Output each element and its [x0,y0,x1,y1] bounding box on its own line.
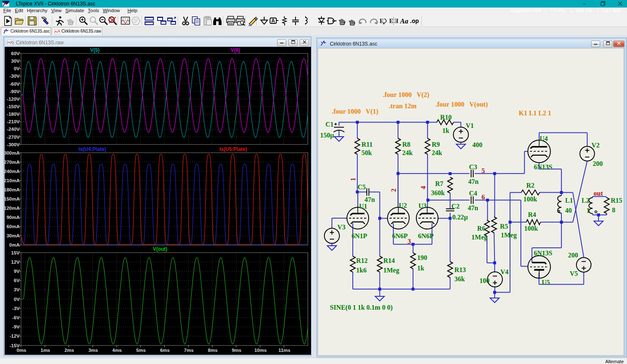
svg-text:R8: R8 [402,141,410,148]
svg-text:9V: 9V [14,269,20,274]
svg-text:6N13S: 6N13S [534,249,553,257]
svg-text:400: 400 [472,141,482,148]
svg-text:1k: 1k [442,127,449,134]
svg-text:6N6P: 6N6P [392,232,408,239]
svg-text:R5: R5 [500,223,508,230]
svg-text:out: out [594,190,603,197]
svg-text:10ms: 10ms [254,348,266,353]
svg-text:6: 6 [482,193,485,201]
svg-text:.four 1000 V(2): .four 1000 V(2) [383,91,429,99]
svg-text:0V: 0V [14,297,20,302]
svg-text:47n: 47n [468,204,478,211]
svg-text:Ix(U4:Plate): Ix(U4:Plate) [79,146,106,152]
svg-text:24k: 24k [402,149,413,156]
svg-text:-150V: -150V [7,104,20,109]
svg-text:100k: 100k [524,225,538,232]
svg-text:-60V: -60V [10,81,20,87]
svg-text:30V: 30V [11,59,20,64]
svg-text:.four 1000 V(1): .four 1000 V(1) [332,108,378,115]
svg-text:-9V: -9V [12,324,20,329]
svg-text:200: 200 [593,160,603,167]
svg-text:2: 2 [390,188,397,192]
svg-text:R14: R14 [383,257,395,264]
svg-text:9ms: 9ms [232,348,241,353]
svg-text:-15V: -15V [10,343,20,348]
svg-text:-6V: -6V [12,315,20,320]
svg-text:V2: V2 [591,142,600,149]
svg-text:C2: C2 [451,203,460,210]
svg-text:U2: U2 [399,202,407,209]
svg-text:100: 100 [479,277,489,284]
svg-text:C5: C5 [357,183,366,191]
svg-text:8: 8 [612,206,615,214]
svg-text:SINE(0 1 1k 0.1m 0 0): SINE(0 1 1k 0.1m 0 0) [330,304,393,311]
svg-text:90mA: 90mA [7,215,20,220]
svg-text:190: 190 [417,254,427,261]
svg-text:L1: L1 [565,197,573,204]
svg-text:U1: U1 [359,203,367,210]
svg-text:6N13S: 6N13S [534,163,553,171]
svg-text:60V: 60V [11,51,20,56]
svg-text:2ms: 2ms [64,348,74,353]
svg-text:210mA: 210mA [5,178,20,183]
svg-text:270mA: 270mA [5,160,20,165]
svg-text:L2: L2 [581,197,589,204]
svg-text:24k: 24k [432,149,442,156]
svg-text:5: 5 [482,167,485,174]
svg-text:5ms: 5ms [136,348,146,353]
svg-text:7ms: 7ms [184,348,194,353]
svg-text:R7: R7 [435,180,443,187]
svg-text:R15: R15 [611,197,622,204]
svg-text:V(out): V(out) [153,246,168,252]
svg-text:E: E [394,18,398,24]
svg-text:300mA: 300mA [5,150,20,155]
svg-text:240mA: 240mA [5,169,20,174]
svg-text:1: 1 [586,207,590,214]
svg-text:50k: 50k [362,149,372,156]
svg-text:8ms: 8ms [208,348,217,353]
svg-text:6N6P: 6N6P [418,232,434,239]
svg-text:30mA: 30mA [7,233,20,238]
svg-text:K1 L1 L2 1: K1 L1 L2 1 [519,109,551,117]
svg-text:15V: 15V [11,250,20,255]
svg-text:360k: 360k [431,189,445,196]
svg-text:V3: V3 [337,224,346,231]
svg-text:0mA: 0mA [9,242,20,247]
svg-text:-240V: -240V [7,127,20,132]
svg-text:150mA: 150mA [5,196,20,201]
svg-text:100k: 100k [523,196,537,203]
svg-text:0.22µ: 0.22µ [452,214,468,221]
svg-text:11ms: 11ms [278,348,291,353]
svg-text:180mA: 180mA [5,187,20,192]
svg-text:47n: 47n [364,196,375,203]
svg-text:120mA: 120mA [5,206,20,211]
svg-text:R6: R6 [477,225,485,232]
svg-text:V5: V5 [570,270,578,277]
svg-text:1Meg: 1Meg [472,234,487,241]
svg-text:1k: 1k [417,265,424,272]
svg-text:0ms: 0ms [17,348,26,353]
svg-text:47n: 47n [468,178,479,185]
svg-text:-90V: -90V [10,89,20,94]
svg-text:V(6): V(6) [231,47,240,53]
svg-text:12V: 12V [11,260,20,265]
svg-text:60mA: 60mA [7,224,20,229]
svg-text:V(5): V(5) [90,47,100,53]
svg-text:R11: R11 [362,141,373,148]
svg-text:R9: R9 [432,141,440,148]
svg-text:.four 1000 V(out): .four 1000 V(out) [436,101,488,108]
svg-text:U5: U5 [542,279,550,286]
svg-text:-300V: -300V [7,142,20,147]
svg-text:C1: C1 [325,121,334,128]
svg-text:1Meg: 1Meg [501,232,517,239]
svg-text:E: E [389,18,393,24]
svg-text:U4: U4 [540,135,548,142]
svg-text:V1: V1 [466,122,474,129]
svg-text:U3: U3 [418,202,427,209]
svg-text:-3V: -3V [12,306,20,311]
svg-text:Ix(U5:Plate): Ix(U5:Plate) [219,146,247,152]
svg-text:150µ: 150µ [320,132,334,139]
svg-text:1ms: 1ms [41,348,50,353]
svg-text:C4: C4 [469,190,477,197]
svg-text:-30V: -30V [10,74,20,79]
